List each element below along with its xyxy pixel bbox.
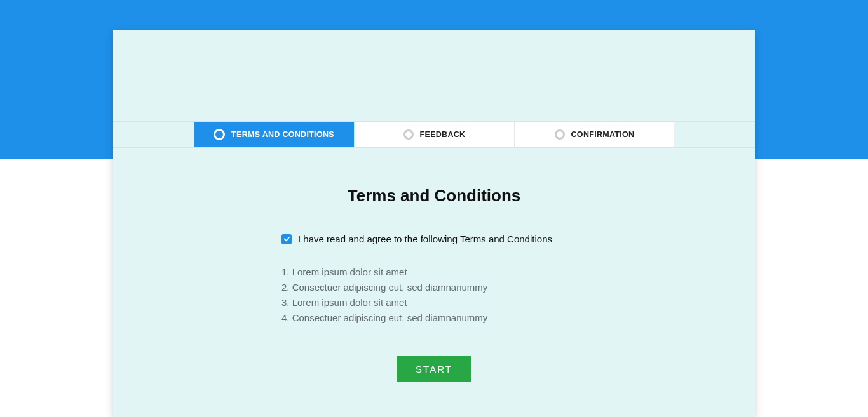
start-button[interactable]: START [397,356,471,382]
check-icon [283,235,290,242]
step-circle-icon [214,129,225,140]
tab-confirmation[interactable]: CONFIRMATION [514,122,674,147]
agree-label: I have read and agree to the following T… [298,234,552,244]
wizard-tabs: TERMS AND CONDITIONS FEEDBACK CONFIRMATI… [113,121,755,148]
tab-label: FEEDBACK [420,130,466,139]
wizard-card: TERMS AND CONDITIONS FEEDBACK CONFIRMATI… [113,30,755,417]
step-circle-icon [555,129,565,140]
list-item: Consectuer adipiscing eut, sed diamnanum… [281,310,587,326]
tab-feedback[interactable]: FEEDBACK [354,122,514,147]
agree-checkbox[interactable] [281,234,292,244]
list-item: Lorem ipsum dolor sit amet [281,265,587,280]
tab-label: CONFIRMATION [571,130,635,139]
step-circle-icon [403,129,414,140]
card-header-space [113,30,755,76]
list-item: Lorem ipsum dolor sit amet [281,295,587,310]
wizard-content: Terms and Conditions I have read and agr… [113,148,755,417]
agree-row: I have read and agree to the following T… [281,234,587,244]
tab-label: TERMS AND CONDITIONS [231,130,334,139]
terms-list: Lorem ipsum dolor sit amet Consectuer ad… [281,265,587,326]
page-title: Terms and Conditions [113,186,755,206]
list-item: Consectuer adipiscing eut, sed diamnanum… [281,280,587,295]
tab-terms[interactable]: TERMS AND CONDITIONS [194,122,354,147]
